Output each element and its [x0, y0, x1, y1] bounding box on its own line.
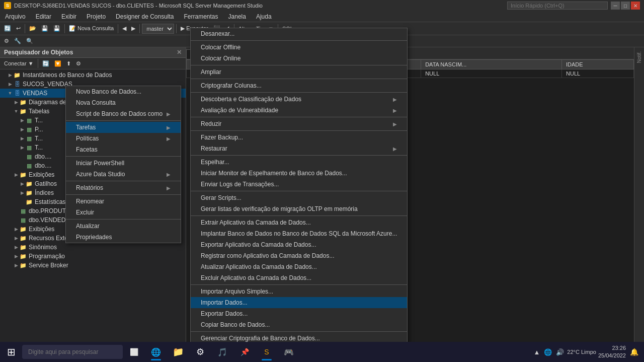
ctx-online[interactable]: Colocar Online	[191, 53, 407, 64]
ctx-enviar-logs[interactable]: Enviar Logs de Transações...	[191, 179, 407, 190]
ctx-espelhar[interactable]: Espelhar...	[191, 157, 407, 168]
settings-button[interactable]: ⚙	[189, 342, 211, 362]
edge-button[interactable]: 🌐	[145, 342, 167, 362]
ctx-fazer-backup[interactable]: Fazer Backup...	[191, 132, 407, 143]
network-icon[interactable]: 🌐	[543, 347, 553, 357]
menu-editar[interactable]: Editar	[31, 12, 56, 21]
back-btn[interactable]: ↩	[14, 24, 23, 33]
expand-icon: ▶	[13, 262, 19, 268]
table-icon: ▦	[25, 116, 33, 124]
ctx-descoberta[interactable]: Descoberta e Classificação de Dados ▶	[191, 94, 407, 105]
tray-icon-1[interactable]: ▲	[532, 347, 541, 357]
ctx-renomear[interactable]: Renomear	[66, 196, 181, 207]
ctx-gerar-listas[interactable]: Gerar listas de verificação de migração …	[191, 203, 407, 214]
ctx-relatorios[interactable]: Relatórios ▶	[66, 182, 181, 193]
oe-filter-btn[interactable]: 🔽	[52, 59, 63, 68]
menu-exibir[interactable]: Exibir	[56, 12, 82, 21]
ctx-facetas[interactable]: Facetas	[66, 144, 181, 155]
tree-item-label: P...	[35, 126, 43, 133]
ctx-importar-dados[interactable]: Importar Dados...	[191, 297, 407, 308]
ctx-avaliacao[interactable]: Avaliação de Vulnerabilidade ▶	[191, 105, 407, 116]
clock-display[interactable]: 23:26 25/04/2022	[598, 344, 626, 360]
tb-icon1[interactable]: ◀	[120, 24, 128, 33]
ctx-atualizar[interactable]: Atualizar	[66, 221, 181, 232]
media-button[interactable]: 🎵	[211, 342, 233, 362]
ctx-exportar-dados[interactable]: Exportar Dados...	[191, 308, 407, 319]
oe-close-btn[interactable]: ✕	[177, 49, 182, 56]
ctx-criptografar-colunas[interactable]: Criptografar Colunas...	[191, 80, 407, 91]
menu-ajuda[interactable]: Ajuda	[251, 12, 277, 21]
tb2-btn2[interactable]: 🔧	[12, 37, 23, 45]
minimize-button[interactable]: ─	[611, 2, 620, 10]
ctx-arrow-icon: ▶	[393, 121, 397, 127]
quick-launch-input[interactable]	[507, 2, 608, 10]
expand-icon: ▶	[13, 244, 19, 250]
oe-connect-btn[interactable]: Conectar ▼	[2, 59, 36, 67]
oe-options-btn[interactable]: ⚙	[74, 59, 83, 68]
list-item[interactable]: ▶ 📁 Programação	[0, 252, 186, 261]
list-item[interactable]: ▶ 📁 Service Broker	[0, 261, 186, 270]
ssms-button[interactable]: S	[256, 342, 278, 362]
ctx-registrar[interactable]: Registrar como Aplicativo da Camada de D…	[191, 250, 407, 261]
folder-icon: 📁	[19, 252, 27, 260]
oe-toolbar: Conectar ▼ 🔄 🔽 ⬆ ⚙	[0, 58, 186, 69]
ctx-arrow-icon: ▶	[167, 111, 171, 117]
menu-projeto[interactable]: Projeto	[82, 12, 111, 21]
ctx-ampliar[interactable]: Ampliar	[191, 66, 407, 78]
ctx-tarefas[interactable]: Tarefas ▶	[66, 122, 181, 133]
ctx-offline[interactable]: Colocar Offline	[191, 42, 407, 53]
tb-icon2[interactable]: ▶	[129, 24, 137, 33]
ctx-extrair[interactable]: Extrair Aplicativo da Camada de Dados...	[191, 217, 407, 228]
tree-item-label: T...	[35, 135, 43, 142]
ctx-excluir-app[interactable]: Excluir Aplicativo da Camada de Dados...	[191, 272, 407, 283]
ctx-powershell[interactable]: Iniciar PowerShell	[66, 158, 181, 169]
ctx-novo-banco[interactable]: Novo Banco de Dados...	[66, 86, 181, 97]
tb2-btn3[interactable]: 🔍	[24, 37, 35, 45]
oe-refresh-btn[interactable]: 🔄	[40, 59, 51, 68]
save-btn[interactable]: 💾	[39, 24, 50, 33]
ctx-excluir[interactable]: Excluir	[66, 207, 181, 218]
ctx-iniciar-monitor[interactable]: Iniciar Monitor de Espelhamento de Banco…	[191, 168, 407, 179]
ctx-restaurar[interactable]: Restaurar ▶	[191, 143, 407, 154]
ctx-desanexar[interactable]: Desanexar...	[191, 28, 407, 39]
app-btn-3[interactable]: 🎮	[278, 342, 300, 362]
start-button[interactable]: ⊞	[0, 342, 22, 362]
notification-center-button[interactable]: 🔔	[628, 346, 640, 358]
ctx-atualizar-app[interactable]: Atualizar Aplicativo da Camada de Dados.…	[191, 261, 407, 272]
ctx-script[interactable]: Script de Banco de Dados como ▶	[66, 108, 181, 119]
tree-item-label: SUCOS_VENDAS	[23, 81, 72, 88]
tb2-btn1[interactable]: ⚙	[2, 37, 11, 45]
ctx-propriedades[interactable]: Propriedades	[66, 232, 181, 243]
open-btn[interactable]: 📂	[27, 24, 38, 33]
maximize-button[interactable]: □	[621, 2, 630, 10]
oe-collapse-btn[interactable]: ⬆	[64, 59, 73, 68]
list-item[interactable]: ▶ 📁 Instantâneos do Banco de Dados	[0, 70, 186, 80]
taskbar-search-input[interactable]	[22, 345, 123, 359]
ctx-importar-arquivo[interactable]: Importar Arquivo Simples...	[191, 286, 407, 297]
ctx-azure[interactable]: Azure Data Studio ▶	[66, 169, 181, 180]
tree-item-label: Service Broker	[29, 262, 68, 269]
explorer-button[interactable]: 📁	[167, 342, 189, 362]
menu-janela[interactable]: Janela	[223, 12, 251, 21]
menu-designer[interactable]: Designer de Consulta	[111, 12, 179, 21]
taskview-button[interactable]: ⬜	[123, 342, 145, 362]
ctx-gerar-scripts[interactable]: Gerar Scripts...	[191, 192, 407, 203]
close-button[interactable]: ✕	[631, 2, 640, 10]
new-btn[interactable]: 🔄	[2, 24, 13, 33]
app-btn-1[interactable]: 📌	[233, 342, 256, 362]
ctx-implantar[interactable]: Implantar Banco de Dados no Banco de Dad…	[191, 228, 407, 239]
saveall-btn[interactable]: 💾	[51, 24, 62, 33]
menu-ferramentas[interactable]: Ferramentas	[179, 12, 223, 21]
nova-consulta-btn[interactable]: 📝 Nova Consulta	[67, 24, 116, 33]
ctx-arrow-icon: ▶	[393, 108, 397, 113]
ctx-reduzir[interactable]: Reduzir ▶	[191, 118, 407, 129]
ctx-politicas[interactable]: Políticas ▶	[66, 133, 181, 144]
database-dropdown[interactable]: master	[142, 24, 174, 34]
list-item[interactable]: ▶ 📁 Sinônimos	[0, 243, 186, 252]
ctx-copiar[interactable]: Copiar Banco de Dados...	[191, 319, 407, 330]
folder-icon: 📁	[19, 107, 27, 115]
ctx-exportar-app[interactable]: Exportar Aplicativo da Camada de Dados..…	[191, 239, 407, 250]
volume-icon[interactable]: 🔊	[555, 347, 565, 357]
ctx-nova-consulta[interactable]: Nova Consulta	[66, 97, 181, 108]
menu-arquivo[interactable]: Arquivo	[0, 12, 31, 21]
